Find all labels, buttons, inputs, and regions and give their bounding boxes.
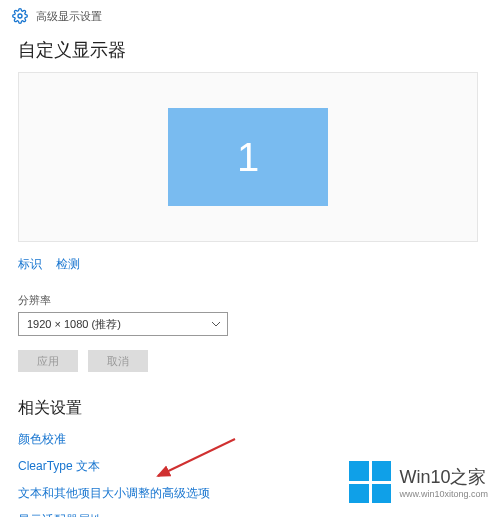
cancel-button[interactable]: 取消 [88, 350, 148, 372]
monitor-number: 1 [237, 135, 259, 180]
adapter-properties-link[interactable]: 显示适配器属性 [18, 512, 482, 517]
resolution-label: 分辨率 [18, 293, 482, 308]
chevron-down-icon [211, 319, 221, 329]
resolution-select[interactable]: 1920 × 1080 (推荐) [18, 312, 228, 336]
display-preview-area: 1 [18, 72, 478, 242]
monitor-1[interactable]: 1 [168, 108, 328, 206]
content-area: 自定义显示器 1 标识 检测 分辨率 1920 × 1080 (推荐) 应用 取… [0, 32, 500, 517]
window-title: 高级显示设置 [36, 9, 102, 24]
svg-point-0 [18, 14, 22, 18]
windows-logo-icon [349, 461, 391, 503]
watermark: Win10之家 www.win10xitong.com [349, 461, 488, 503]
gear-icon [12, 8, 28, 24]
customize-display-title: 自定义显示器 [18, 38, 482, 62]
resolution-value: 1920 × 1080 (推荐) [27, 317, 121, 332]
watermark-text: Win10之家 www.win10xitong.com [399, 465, 488, 499]
button-row: 应用 取消 [18, 350, 482, 372]
display-actions-row: 标识 检测 [18, 256, 482, 273]
watermark-title: Win10之家 [399, 465, 488, 489]
watermark-url: www.win10xitong.com [399, 489, 488, 499]
detect-link[interactable]: 检测 [56, 256, 80, 273]
apply-button[interactable]: 应用 [18, 350, 78, 372]
identify-link[interactable]: 标识 [18, 256, 42, 273]
window-header: 高级显示设置 [0, 0, 500, 32]
color-calibration-link[interactable]: 颜色校准 [18, 431, 482, 448]
related-settings-title: 相关设置 [18, 398, 482, 419]
